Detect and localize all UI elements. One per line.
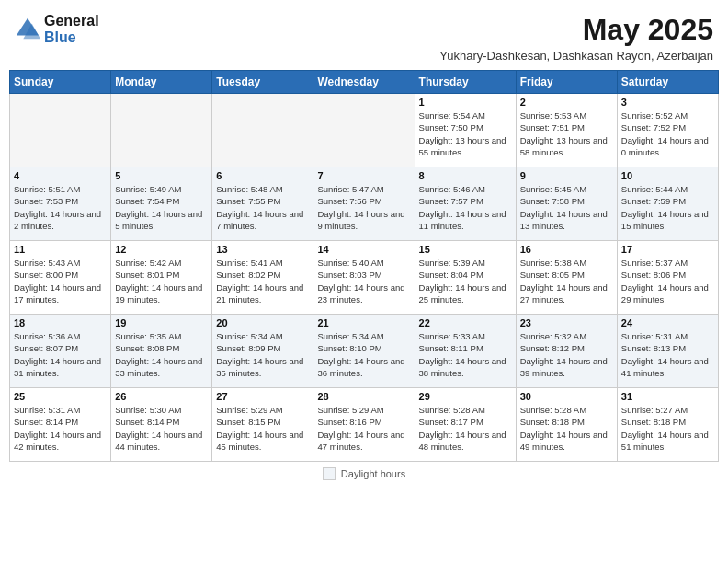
title-block: May 2025 Yukhary-Dashkesan, Dashkasan Ra… <box>439 13 713 63</box>
calendar-day-cell: 3Sunrise: 5:52 AMSunset: 7:52 PMDaylight… <box>617 94 718 167</box>
calendar-day-cell: 8Sunrise: 5:46 AMSunset: 7:57 PMDaylight… <box>415 167 516 241</box>
calendar-footer: Daylight hours <box>9 467 719 480</box>
day-info: Sunrise: 5:43 AMSunset: 8:00 PMDaylight:… <box>14 257 107 305</box>
day-info: Sunrise: 5:47 AMSunset: 7:56 PMDaylight:… <box>317 183 410 232</box>
day-number: 10 <box>621 170 714 181</box>
day-number: 19 <box>115 317 208 328</box>
calendar-day-cell: 19Sunrise: 5:35 AMSunset: 8:08 PMDayligh… <box>111 315 212 388</box>
day-info: Sunrise: 5:34 AMSunset: 8:09 PMDaylight:… <box>216 330 309 379</box>
logo-blue-text: Blue <box>44 29 99 46</box>
day-number: 28 <box>317 391 410 402</box>
day-number: 12 <box>115 244 208 255</box>
day-info: Sunrise: 5:45 AMSunset: 7:58 PMDaylight:… <box>520 183 613 232</box>
calendar-week-row: 4Sunrise: 5:51 AMSunset: 7:53 PMDaylight… <box>10 167 719 241</box>
calendar-day-cell: 6Sunrise: 5:48 AMSunset: 7:55 PMDaylight… <box>212 167 313 241</box>
day-number: 14 <box>317 244 410 255</box>
calendar-day-cell: 21Sunrise: 5:34 AMSunset: 8:10 PMDayligh… <box>313 315 415 388</box>
day-info: Sunrise: 5:48 AMSunset: 7:55 PMDaylight:… <box>216 183 309 232</box>
day-number: 4 <box>14 170 107 181</box>
calendar-day-cell: 20Sunrise: 5:34 AMSunset: 8:09 PMDayligh… <box>212 315 313 388</box>
logo-general-text: General <box>44 13 99 29</box>
calendar-day-cell <box>313 94 415 167</box>
calendar-day-cell: 27Sunrise: 5:29 AMSunset: 8:15 PMDayligh… <box>212 388 313 462</box>
calendar-day-cell: 28Sunrise: 5:29 AMSunset: 8:16 PMDayligh… <box>313 388 415 462</box>
day-number: 8 <box>419 170 512 181</box>
weekday-header-saturday: Saturday <box>617 71 718 94</box>
daylight-box <box>323 467 336 480</box>
day-number: 2 <box>520 97 613 108</box>
day-number: 24 <box>621 317 714 328</box>
calendar-day-cell: 14Sunrise: 5:40 AMSunset: 8:03 PMDayligh… <box>313 241 415 315</box>
day-number: 20 <box>216 317 309 328</box>
day-number: 30 <box>520 391 613 402</box>
calendar-week-row: 1Sunrise: 5:54 AMSunset: 7:50 PMDaylight… <box>10 94 719 167</box>
day-info: Sunrise: 5:32 AMSunset: 8:12 PMDaylight:… <box>520 330 613 379</box>
calendar-day-cell: 31Sunrise: 5:27 AMSunset: 8:18 PMDayligh… <box>617 388 718 462</box>
day-info: Sunrise: 5:41 AMSunset: 8:02 PMDaylight:… <box>216 257 309 305</box>
day-info: Sunrise: 5:38 AMSunset: 8:05 PMDaylight:… <box>520 257 613 305</box>
calendar-day-cell: 15Sunrise: 5:39 AMSunset: 8:04 PMDayligh… <box>415 241 516 315</box>
day-info: Sunrise: 5:53 AMSunset: 7:51 PMDaylight:… <box>520 109 613 158</box>
calendar-table: SundayMondayTuesdayWednesdayThursdayFrid… <box>9 70 719 462</box>
day-info: Sunrise: 5:29 AMSunset: 8:16 PMDaylight:… <box>317 404 410 453</box>
day-number: 17 <box>621 244 714 255</box>
calendar-day-cell: 29Sunrise: 5:28 AMSunset: 8:17 PMDayligh… <box>415 388 516 462</box>
logo-text: General Blue <box>44 13 99 45</box>
day-info: Sunrise: 5:29 AMSunset: 8:15 PMDaylight:… <box>216 404 309 453</box>
calendar-day-cell: 12Sunrise: 5:42 AMSunset: 8:01 PMDayligh… <box>111 241 212 315</box>
weekday-header-wednesday: Wednesday <box>313 71 415 94</box>
day-info: Sunrise: 5:35 AMSunset: 8:08 PMDaylight:… <box>115 330 208 379</box>
day-info: Sunrise: 5:40 AMSunset: 8:03 PMDaylight:… <box>317 257 410 305</box>
day-number: 5 <box>115 170 208 181</box>
day-number: 11 <box>14 244 107 255</box>
day-info: Sunrise: 5:31 AMSunset: 8:13 PMDaylight:… <box>621 330 714 379</box>
day-info: Sunrise: 5:54 AMSunset: 7:50 PMDaylight:… <box>419 109 512 158</box>
day-info: Sunrise: 5:49 AMSunset: 7:54 PMDaylight:… <box>115 183 208 232</box>
logo: General Blue <box>15 13 99 45</box>
day-number: 15 <box>419 244 512 255</box>
calendar-day-cell: 25Sunrise: 5:31 AMSunset: 8:14 PMDayligh… <box>10 388 111 462</box>
day-info: Sunrise: 5:42 AMSunset: 8:01 PMDaylight:… <box>115 257 208 305</box>
calendar-day-cell: 30Sunrise: 5:28 AMSunset: 8:18 PMDayligh… <box>516 388 617 462</box>
daylight-label: Daylight hours <box>341 468 405 479</box>
location-subtitle: Yukhary-Dashkesan, Dashkasan Rayon, Azer… <box>439 49 713 63</box>
day-number: 29 <box>419 391 512 402</box>
calendar-day-cell: 24Sunrise: 5:31 AMSunset: 8:13 PMDayligh… <box>617 315 718 388</box>
calendar-day-cell: 5Sunrise: 5:49 AMSunset: 7:54 PMDaylight… <box>111 167 212 241</box>
day-number: 6 <box>216 170 309 181</box>
weekday-header-sunday: Sunday <box>10 71 111 94</box>
calendar-day-cell: 22Sunrise: 5:33 AMSunset: 8:11 PMDayligh… <box>415 315 516 388</box>
day-number: 23 <box>520 317 613 328</box>
day-number: 18 <box>14 317 107 328</box>
day-number: 31 <box>621 391 714 402</box>
calendar-day-cell: 18Sunrise: 5:36 AMSunset: 8:07 PMDayligh… <box>10 315 111 388</box>
day-info: Sunrise: 5:28 AMSunset: 8:17 PMDaylight:… <box>419 404 512 453</box>
day-number: 3 <box>621 97 714 108</box>
calendar-week-row: 25Sunrise: 5:31 AMSunset: 8:14 PMDayligh… <box>10 388 719 462</box>
calendar-day-cell: 1Sunrise: 5:54 AMSunset: 7:50 PMDaylight… <box>415 94 516 167</box>
calendar-day-cell: 16Sunrise: 5:38 AMSunset: 8:05 PMDayligh… <box>516 241 617 315</box>
day-info: Sunrise: 5:52 AMSunset: 7:52 PMDaylight:… <box>621 109 714 158</box>
day-info: Sunrise: 5:28 AMSunset: 8:18 PMDaylight:… <box>520 404 613 453</box>
day-number: 21 <box>317 317 410 328</box>
weekday-header-friday: Friday <box>516 71 617 94</box>
day-number: 27 <box>216 391 309 402</box>
day-info: Sunrise: 5:33 AMSunset: 8:11 PMDaylight:… <box>419 330 512 379</box>
calendar-day-cell: 17Sunrise: 5:37 AMSunset: 8:06 PMDayligh… <box>617 241 718 315</box>
day-info: Sunrise: 5:34 AMSunset: 8:10 PMDaylight:… <box>317 330 410 379</box>
weekday-header-thursday: Thursday <box>415 71 516 94</box>
page-header: General Blue May 2025 Yukhary-Dashkesan,… <box>9 9 719 66</box>
calendar-day-cell: 4Sunrise: 5:51 AMSunset: 7:53 PMDaylight… <box>10 167 111 241</box>
day-number: 25 <box>14 391 107 402</box>
calendar-day-cell: 13Sunrise: 5:41 AMSunset: 8:02 PMDayligh… <box>212 241 313 315</box>
day-info: Sunrise: 5:31 AMSunset: 8:14 PMDaylight:… <box>14 404 107 453</box>
month-year-title: May 2025 <box>439 13 713 47</box>
calendar-day-cell <box>10 94 111 167</box>
day-info: Sunrise: 5:51 AMSunset: 7:53 PMDaylight:… <box>14 183 107 232</box>
weekday-header-row: SundayMondayTuesdayWednesdayThursdayFrid… <box>10 71 719 94</box>
day-info: Sunrise: 5:37 AMSunset: 8:06 PMDaylight:… <box>621 257 714 305</box>
calendar-day-cell: 7Sunrise: 5:47 AMSunset: 7:56 PMDaylight… <box>313 167 415 241</box>
day-info: Sunrise: 5:44 AMSunset: 7:59 PMDaylight:… <box>621 183 714 232</box>
day-info: Sunrise: 5:46 AMSunset: 7:57 PMDaylight:… <box>419 183 512 232</box>
day-number: 13 <box>216 244 309 255</box>
